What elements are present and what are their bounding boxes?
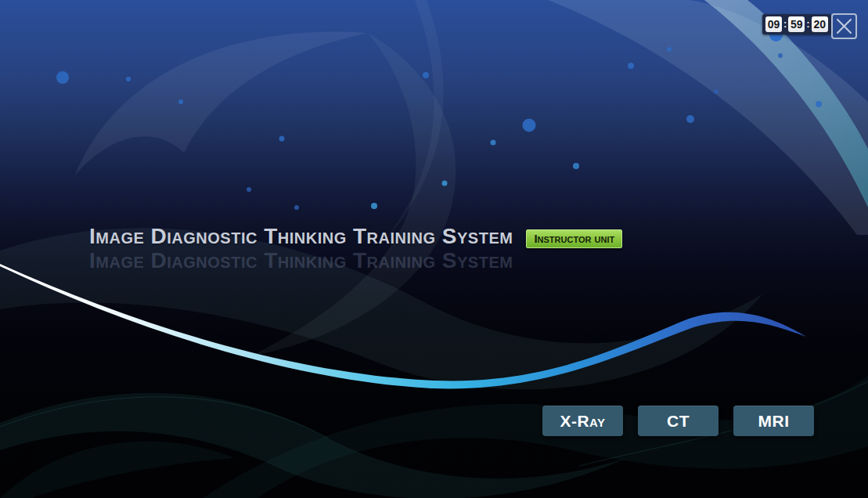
modality-menu: X-Ray CT MRI (542, 406, 814, 436)
x-ray-button[interactable]: X-Ray (542, 406, 623, 436)
mri-button[interactable]: MRI (733, 406, 814, 436)
app-window: 09 : 59 : 20 Image Diagnostic Thinking T… (0, 0, 868, 498)
ct-button[interactable]: CT (638, 406, 719, 436)
clock-seconds: 20 (812, 16, 828, 32)
close-icon (836, 18, 852, 34)
title-block: Image Diagnostic Thinking Training Syste… (89, 223, 622, 273)
clock: 09 : 59 : 20 (762, 14, 831, 34)
page-title: Image Diagnostic Thinking Training Syste… (89, 223, 513, 250)
clock-colon: : (783, 16, 787, 32)
bottom-waves (0, 376, 868, 498)
clock-colon: : (806, 16, 809, 32)
instructor-unit-badge: Instructor unit (526, 229, 622, 248)
page-title-reflection: Image Diagnostic Thinking Training Syste… (89, 247, 622, 274)
close-button[interactable] (831, 13, 857, 39)
clock-hours: 09 (765, 16, 782, 32)
wave-ribbons (0, 0, 868, 438)
clock-minutes: 59 (788, 16, 805, 32)
clock-plate: 09 : 59 : 20 (762, 14, 831, 34)
